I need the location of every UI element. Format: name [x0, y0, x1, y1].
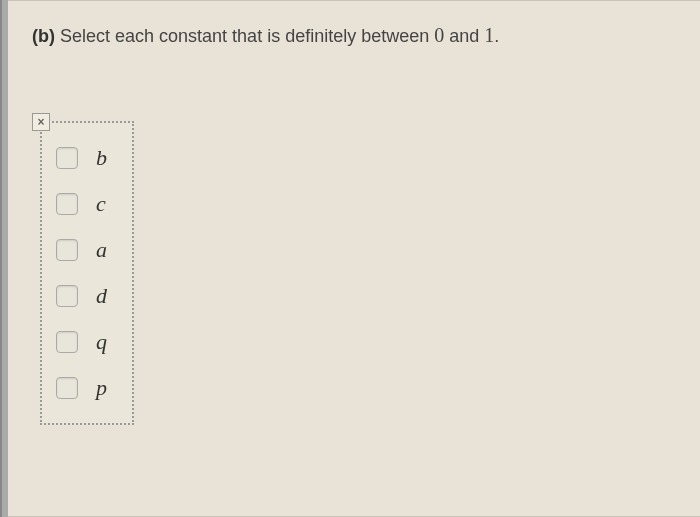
- checkbox-d[interactable]: [56, 285, 78, 307]
- list-item: b: [56, 135, 112, 181]
- question-panel: (b) Select each constant that is definit…: [8, 0, 700, 517]
- checkbox-a[interactable]: [56, 239, 78, 261]
- list-item: c: [56, 181, 112, 227]
- checkbox-c[interactable]: [56, 193, 78, 215]
- checkbox-q[interactable]: [56, 331, 78, 353]
- list-item: d: [56, 273, 112, 319]
- checkbox-p[interactable]: [56, 377, 78, 399]
- option-label: c: [96, 191, 112, 217]
- question-body-mid: and: [449, 26, 479, 46]
- option-label: b: [96, 145, 112, 171]
- question-text: (b) Select each constant that is definit…: [32, 21, 676, 49]
- list-item: a: [56, 227, 112, 273]
- checkbox-b[interactable]: [56, 147, 78, 169]
- option-label: q: [96, 329, 112, 355]
- question-body-before: Select each constant that is definitely …: [60, 26, 429, 46]
- question-part-label: (b): [32, 26, 55, 46]
- option-label: a: [96, 237, 112, 263]
- question-body-after: .: [494, 26, 499, 46]
- close-icon[interactable]: ×: [32, 113, 50, 131]
- checklist-container: × b c a d q: [40, 121, 676, 425]
- list-item: p: [56, 365, 112, 411]
- option-label: d: [96, 283, 112, 309]
- option-label: p: [96, 375, 112, 401]
- checklist-box: b c a d q: [40, 121, 134, 425]
- list-item: q: [56, 319, 112, 365]
- question-num-2: 1: [484, 24, 494, 46]
- question-num-1: 0: [434, 24, 444, 46]
